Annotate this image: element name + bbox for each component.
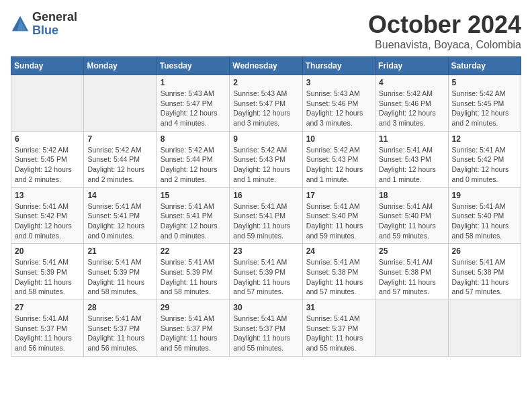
day-detail: Sunrise: 5:41 AMSunset: 5:37 PMDaylight:… xyxy=(15,314,80,353)
weekday-header: Saturday xyxy=(448,57,521,75)
day-detail: Sunrise: 5:41 AMSunset: 5:41 PMDaylight:… xyxy=(87,201,152,241)
calendar-cell: 25Sunrise: 5:41 AMSunset: 5:38 PMDayligh… xyxy=(375,244,448,300)
day-number: 8 xyxy=(161,134,226,144)
title-location: Buenavista, Boyaca, Colombia xyxy=(368,39,521,51)
day-number: 26 xyxy=(452,246,517,256)
day-number: 22 xyxy=(161,246,226,256)
calendar-cell: 2Sunrise: 5:43 AMSunset: 5:47 PMDaylight… xyxy=(230,75,302,132)
calendar-cell: 5Sunrise: 5:42 AMSunset: 5:45 PMDaylight… xyxy=(448,75,521,132)
calendar-cell: 26Sunrise: 5:41 AMSunset: 5:38 PMDayligh… xyxy=(448,244,521,300)
day-number: 23 xyxy=(233,246,298,256)
logo-blue: Blue xyxy=(32,24,77,38)
day-number: 24 xyxy=(306,246,371,256)
logo: General Blue xyxy=(11,11,77,38)
calendar-cell: 17Sunrise: 5:41 AMSunset: 5:40 PMDayligh… xyxy=(302,187,375,244)
calendar-week-row: 27Sunrise: 5:41 AMSunset: 5:37 PMDayligh… xyxy=(11,300,521,357)
calendar-week-row: 20Sunrise: 5:41 AMSunset: 5:39 PMDayligh… xyxy=(11,244,521,300)
day-detail: Sunrise: 5:43 AMSunset: 5:47 PMDaylight:… xyxy=(161,89,226,128)
calendar-cell: 8Sunrise: 5:42 AMSunset: 5:44 PMDaylight… xyxy=(157,131,229,187)
day-number: 3 xyxy=(306,78,371,87)
calendar-cell: 4Sunrise: 5:42 AMSunset: 5:46 PMDaylight… xyxy=(375,75,448,132)
calendar-table: SundayMondayTuesdayWednesdayThursdayFrid… xyxy=(11,56,521,357)
day-detail: Sunrise: 5:41 AMSunset: 5:37 PMDaylight:… xyxy=(87,314,152,353)
day-number: 11 xyxy=(379,134,444,144)
calendar-cell: 16Sunrise: 5:41 AMSunset: 5:41 PMDayligh… xyxy=(230,187,302,244)
day-detail: Sunrise: 5:41 AMSunset: 5:41 PMDaylight:… xyxy=(233,201,298,241)
calendar-cell: 15Sunrise: 5:41 AMSunset: 5:41 PMDayligh… xyxy=(157,187,229,244)
day-number: 16 xyxy=(233,191,298,200)
calendar-cell: 19Sunrise: 5:41 AMSunset: 5:40 PMDayligh… xyxy=(448,187,521,244)
calendar-header: SundayMondayTuesdayWednesdayThursdayFrid… xyxy=(11,57,521,75)
calendar-cell: 24Sunrise: 5:41 AMSunset: 5:38 PMDayligh… xyxy=(302,244,375,300)
calendar-cell: 28Sunrise: 5:41 AMSunset: 5:37 PMDayligh… xyxy=(84,300,157,357)
day-detail: Sunrise: 5:43 AMSunset: 5:47 PMDaylight:… xyxy=(233,89,298,128)
day-number: 2 xyxy=(233,78,298,87)
calendar-cell: 13Sunrise: 5:41 AMSunset: 5:42 PMDayligh… xyxy=(11,187,84,244)
day-number: 5 xyxy=(452,78,517,87)
day-detail: Sunrise: 5:43 AMSunset: 5:46 PMDaylight:… xyxy=(306,89,371,128)
logo-text: General Blue xyxy=(32,11,77,38)
day-number: 31 xyxy=(306,303,371,312)
day-detail: Sunrise: 5:42 AMSunset: 5:43 PMDaylight:… xyxy=(306,145,371,185)
day-detail: Sunrise: 5:41 AMSunset: 5:39 PMDaylight:… xyxy=(87,257,152,297)
day-number: 25 xyxy=(379,246,444,256)
day-detail: Sunrise: 5:42 AMSunset: 5:44 PMDaylight:… xyxy=(87,145,152,185)
weekday-header: Thursday xyxy=(302,57,375,75)
calendar-cell: 14Sunrise: 5:41 AMSunset: 5:41 PMDayligh… xyxy=(84,187,157,244)
title-block: October 2024 Buenavista, Boyaca, Colombi… xyxy=(368,11,521,51)
weekday-row: SundayMondayTuesdayWednesdayThursdayFrid… xyxy=(11,57,521,75)
day-number: 4 xyxy=(379,78,444,87)
day-detail: Sunrise: 5:41 AMSunset: 5:37 PMDaylight:… xyxy=(306,314,371,353)
day-number: 30 xyxy=(233,303,298,312)
calendar-cell: 12Sunrise: 5:41 AMSunset: 5:42 PMDayligh… xyxy=(448,131,521,187)
day-detail: Sunrise: 5:41 AMSunset: 5:42 PMDaylight:… xyxy=(15,201,80,241)
calendar-cell xyxy=(375,300,448,357)
day-detail: Sunrise: 5:41 AMSunset: 5:37 PMDaylight:… xyxy=(161,314,226,353)
calendar-cell: 18Sunrise: 5:41 AMSunset: 5:40 PMDayligh… xyxy=(375,187,448,244)
day-detail: Sunrise: 5:41 AMSunset: 5:40 PMDaylight:… xyxy=(306,201,371,241)
calendar-cell: 1Sunrise: 5:43 AMSunset: 5:47 PMDaylight… xyxy=(157,75,229,132)
title-month: October 2024 xyxy=(368,11,521,39)
weekday-header: Wednesday xyxy=(230,57,302,75)
day-detail: Sunrise: 5:42 AMSunset: 5:44 PMDaylight:… xyxy=(161,145,226,185)
calendar-cell xyxy=(11,75,84,132)
day-number: 19 xyxy=(452,191,517,200)
weekday-header: Friday xyxy=(375,57,448,75)
calendar-cell: 20Sunrise: 5:41 AMSunset: 5:39 PMDayligh… xyxy=(11,244,84,300)
day-detail: Sunrise: 5:41 AMSunset: 5:40 PMDaylight:… xyxy=(379,201,444,241)
day-number: 21 xyxy=(87,246,152,256)
day-detail: Sunrise: 5:42 AMSunset: 5:43 PMDaylight:… xyxy=(233,145,298,185)
day-number: 10 xyxy=(306,134,371,144)
day-detail: Sunrise: 5:41 AMSunset: 5:38 PMDaylight:… xyxy=(306,257,371,297)
day-number: 6 xyxy=(15,134,80,144)
calendar-week-row: 13Sunrise: 5:41 AMSunset: 5:42 PMDayligh… xyxy=(11,187,521,244)
day-number: 28 xyxy=(87,303,152,312)
day-number: 29 xyxy=(161,303,226,312)
day-detail: Sunrise: 5:41 AMSunset: 5:40 PMDaylight:… xyxy=(452,201,517,241)
calendar-cell: 7Sunrise: 5:42 AMSunset: 5:44 PMDaylight… xyxy=(84,131,157,187)
weekday-header: Monday xyxy=(84,57,157,75)
calendar-week-row: 1Sunrise: 5:43 AMSunset: 5:47 PMDaylight… xyxy=(11,75,521,132)
day-number: 17 xyxy=(306,191,371,200)
day-detail: Sunrise: 5:41 AMSunset: 5:39 PMDaylight:… xyxy=(161,257,226,297)
logo-icon xyxy=(11,15,30,34)
day-detail: Sunrise: 5:42 AMSunset: 5:46 PMDaylight:… xyxy=(379,89,444,128)
day-number: 15 xyxy=(161,191,226,200)
weekday-header: Tuesday xyxy=(157,57,229,75)
calendar-cell: 10Sunrise: 5:42 AMSunset: 5:43 PMDayligh… xyxy=(302,131,375,187)
calendar-cell: 30Sunrise: 5:41 AMSunset: 5:37 PMDayligh… xyxy=(230,300,302,357)
day-detail: Sunrise: 5:41 AMSunset: 5:38 PMDaylight:… xyxy=(379,257,444,297)
day-detail: Sunrise: 5:42 AMSunset: 5:45 PMDaylight:… xyxy=(15,145,80,185)
calendar-cell: 27Sunrise: 5:41 AMSunset: 5:37 PMDayligh… xyxy=(11,300,84,357)
day-detail: Sunrise: 5:41 AMSunset: 5:39 PMDaylight:… xyxy=(15,257,80,297)
calendar-cell: 23Sunrise: 5:41 AMSunset: 5:39 PMDayligh… xyxy=(230,244,302,300)
calendar-body: 1Sunrise: 5:43 AMSunset: 5:47 PMDaylight… xyxy=(11,75,521,357)
day-detail: Sunrise: 5:42 AMSunset: 5:45 PMDaylight:… xyxy=(452,89,517,128)
day-detail: Sunrise: 5:41 AMSunset: 5:39 PMDaylight:… xyxy=(233,257,298,297)
day-detail: Sunrise: 5:41 AMSunset: 5:37 PMDaylight:… xyxy=(233,314,298,353)
calendar-cell: 21Sunrise: 5:41 AMSunset: 5:39 PMDayligh… xyxy=(84,244,157,300)
calendar-cell: 3Sunrise: 5:43 AMSunset: 5:46 PMDaylight… xyxy=(302,75,375,132)
page-header: General Blue October 2024 Buenavista, Bo… xyxy=(11,11,521,51)
day-number: 14 xyxy=(87,191,152,200)
day-number: 27 xyxy=(15,303,80,312)
